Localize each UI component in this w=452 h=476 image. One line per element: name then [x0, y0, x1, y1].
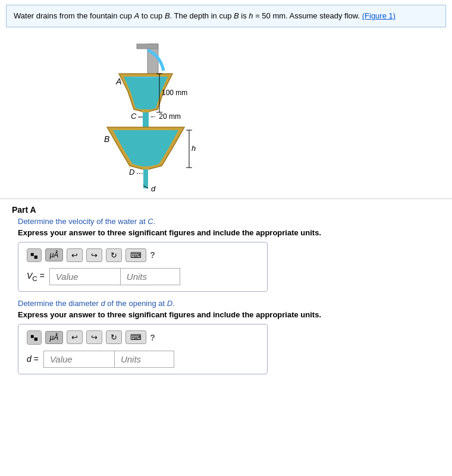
keyboard-btn-a[interactable]: ⌨	[125, 248, 146, 262]
part-b-toolbar: ■■ μÅ ↩ ↪ ↻ ⌨ ?	[27, 330, 259, 345]
superscript-btn-a[interactable]: ■■	[27, 249, 41, 262]
figure-link[interactable]: (Figure 1)	[362, 11, 396, 20]
part-a-answer-box: ■■ μÅ ↩ ↪ ↻ ⌨ ? VC =	[18, 242, 268, 292]
help-btn-b[interactable]: ?	[150, 333, 155, 342]
svg-rect-1	[137, 44, 158, 49]
redo-btn-a[interactable]: ↪	[86, 248, 102, 262]
mu-btn-a[interactable]: μÅ	[45, 248, 64, 261]
mu-btn-b[interactable]: μÅ	[45, 331, 64, 344]
diagram-area: A C ← 20 mm B h	[0, 32, 452, 199]
svg-text:A: A	[115, 77, 121, 86]
svg-rect-3	[143, 111, 149, 128]
part-a-bold-instruction: Express your answer to three significant…	[12, 228, 440, 237]
svg-text:100 mm: 100 mm	[162, 89, 187, 97]
problem-text: Water drains from the fountain cup A to …	[14, 11, 360, 20]
superscript-btn-b[interactable]: ■■	[27, 331, 41, 344]
svg-text:B: B	[104, 134, 109, 144]
redo-btn-b[interactable]: ↪	[86, 330, 102, 344]
format-btn-group-a[interactable]: ■■	[27, 248, 42, 263]
part-b-instruction: Determine the diameter d of the opening …	[12, 299, 440, 308]
vc-units-input[interactable]	[121, 268, 180, 285]
undo-btn-a[interactable]: ↩	[67, 248, 83, 262]
svg-text:C: C	[131, 112, 137, 121]
help-btn-a[interactable]: ?	[150, 250, 155, 260]
d-units-input[interactable]	[115, 351, 174, 368]
undo-btn-b[interactable]: ↩	[67, 330, 83, 344]
part-a-toolbar: ■■ μÅ ↩ ↪ ↻ ⌨ ?	[27, 248, 259, 263]
problem-statement: Water drains from the fountain cup A to …	[6, 5, 446, 27]
svg-rect-14	[142, 166, 149, 169]
svg-text:d: d	[151, 184, 156, 193]
vc-label: VC =	[27, 271, 45, 282]
part-b-input-row: d =	[27, 351, 259, 368]
refresh-btn-b[interactable]: ↻	[106, 330, 122, 344]
part-b-answer-box: ■■ μÅ ↩ ↪ ↻ ⌨ ? d =	[18, 324, 268, 374]
svg-rect-4	[142, 109, 150, 112]
keyboard-btn-b[interactable]: ⌨	[125, 330, 146, 344]
vc-value-input[interactable]	[49, 268, 121, 285]
svg-text:← 20 mm: ← 20 mm	[150, 112, 181, 121]
d-value-input[interactable]	[43, 351, 115, 368]
part-a-section: Part A Determine the velocity of the wat…	[0, 199, 452, 387]
format-btn-group-b[interactable]: ■■	[27, 330, 42, 345]
part-a-input-row: VC =	[27, 268, 259, 285]
svg-text:h: h	[192, 144, 196, 153]
refresh-btn-a[interactable]: ↻	[106, 248, 122, 262]
part-a-instruction: Determine the velocity of the water at C…	[12, 217, 440, 226]
part-a-title: Part A	[12, 205, 440, 215]
diagram: A C ← 20 mm B h	[59, 38, 238, 193]
part-b-bold-instruction: Express your answer to three significant…	[12, 310, 440, 319]
d-label: d =	[27, 354, 39, 364]
svg-rect-13	[143, 168, 148, 188]
svg-text:D: D	[129, 168, 134, 176]
